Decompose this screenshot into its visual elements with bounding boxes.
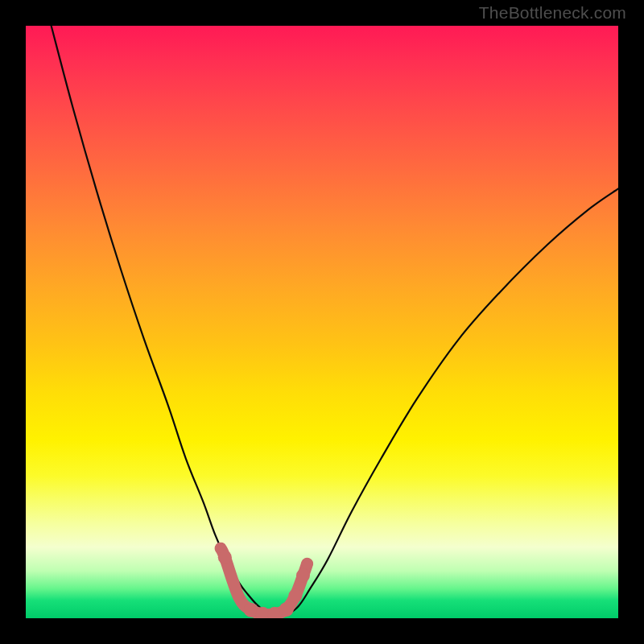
watermark-text: TheBottleneck.com <box>479 3 626 23</box>
chart-svg <box>26 26 618 618</box>
bead-dot <box>302 558 313 569</box>
left-curve <box>52 26 275 615</box>
chart-frame: TheBottleneck.com <box>0 0 644 644</box>
bead-dot <box>296 569 310 583</box>
bead-dot <box>218 551 232 564</box>
right-curve <box>287 188 618 615</box>
bead-dot <box>288 589 302 603</box>
bead-cluster <box>221 548 307 614</box>
bead-dot <box>279 602 294 617</box>
plot-area <box>26 26 618 618</box>
